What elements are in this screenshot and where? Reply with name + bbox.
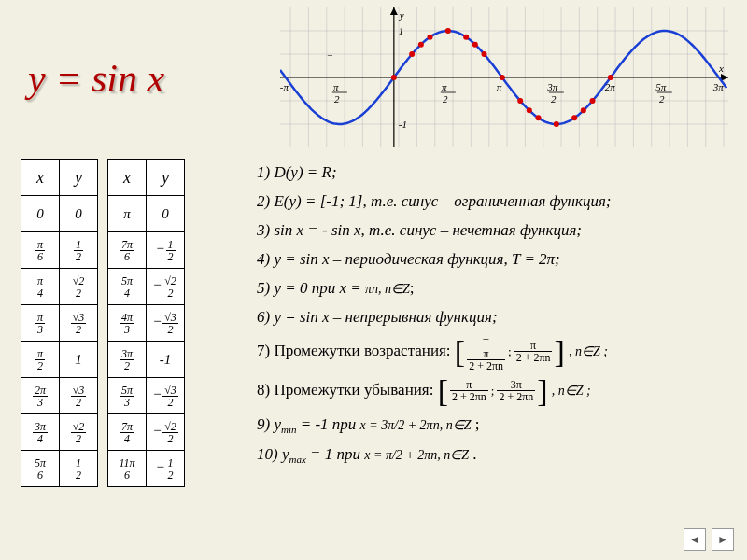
svg-point-42 — [500, 75, 505, 80]
table-cell: π2 — [21, 342, 60, 378]
table-cell: π4 — [21, 269, 60, 305]
nav-back-button[interactable]: ◄ — [684, 528, 706, 551]
svg-point-44 — [527, 107, 532, 113]
table-row: 11π6−12 — [108, 451, 185, 487]
table-cell: π — [108, 196, 147, 232]
prop-10: 10) ymax = 1 при x = π/2 + 2πn, n∈Z . — [257, 444, 733, 467]
table-row: 00 — [21, 196, 98, 232]
table-cell: 11π6 — [108, 451, 147, 487]
table-cell: √32 — [60, 305, 98, 342]
prop-1: 1) D(y) = R; — [257, 162, 733, 184]
col-y: y — [147, 160, 185, 196]
table-cell: √22 — [60, 414, 98, 451]
svg-point-39 — [463, 35, 469, 40]
svg-point-36 — [418, 42, 424, 48]
svg-text:5π: 5π — [655, 81, 667, 92]
svg-point-47 — [571, 115, 577, 120]
value-tables: x y 00π612π4√22π3√32π212π3√323π4√225π612… — [21, 159, 185, 487]
table-cell: 1 — [60, 342, 98, 378]
svg-point-46 — [554, 121, 559, 127]
table-cell: 5π3 — [108, 378, 147, 414]
table-cell: 2π3 — [21, 378, 60, 414]
svg-point-35 — [409, 51, 415, 57]
table-cell: 3π2 — [108, 342, 147, 378]
svg-text:2: 2 — [659, 93, 665, 105]
prop-6: 6) y = sin x – непрерывная функция; — [257, 307, 733, 329]
svg-text:−: − — [327, 49, 333, 61]
svg-text:-π: -π — [280, 81, 289, 92]
table-cell: 4π3 — [108, 305, 147, 342]
svg-point-37 — [428, 35, 433, 40]
svg-text:π: π — [497, 81, 502, 92]
svg-text:2: 2 — [334, 93, 340, 105]
table-cell: 5π4 — [108, 269, 147, 305]
table-row: 4π3−√32 — [108, 305, 185, 342]
table-cell: −12 — [147, 451, 185, 487]
table-cell: √32 — [60, 378, 98, 414]
table-row: 2π3√32 — [21, 378, 98, 414]
table-row: 7π4−√22 — [108, 414, 185, 451]
table-row: 3π4√22 — [21, 414, 98, 451]
table-cell: 7π6 — [108, 232, 147, 269]
sine-chart: yx1-1-π−π2π2π3π22π5π23π — [280, 7, 728, 147]
col-y: y — [60, 160, 98, 196]
svg-point-41 — [482, 51, 487, 57]
svg-text:2: 2 — [443, 93, 448, 105]
table-cell: 12 — [60, 232, 98, 269]
svg-text:2π: 2π — [605, 81, 616, 92]
svg-point-38 — [445, 28, 451, 34]
table-cell: 0 — [147, 196, 185, 232]
table-cell: −12 — [147, 232, 185, 269]
svg-point-48 — [581, 107, 586, 113]
svg-text:2: 2 — [551, 93, 557, 105]
svg-text:3π: 3π — [712, 81, 725, 92]
col-x: x — [21, 160, 60, 196]
table-cell: 3π4 — [21, 414, 60, 451]
table-cell: −√32 — [147, 378, 185, 414]
svg-text:3π: 3π — [546, 81, 558, 92]
svg-point-50 — [608, 75, 613, 80]
table-cell: 5π6 — [21, 451, 60, 487]
table-row: 7π6−12 — [108, 232, 185, 269]
table-row: π0 — [108, 196, 185, 232]
nav-controls: ◄ ► — [684, 528, 734, 551]
table-cell: 7π4 — [108, 414, 147, 451]
svg-point-40 — [472, 42, 478, 48]
table-row: π4√22 — [21, 269, 98, 305]
table-cell: π3 — [21, 305, 60, 342]
table-cell: √22 — [60, 269, 98, 305]
table-row: 5π3−√32 — [108, 378, 185, 414]
prop-4: 4) y = sin x – периодическая функция, T … — [257, 249, 733, 271]
prop-9: 9) ymin = -1 при x = 3π/2 + 2πn, n∈Z ; — [257, 414, 733, 437]
svg-point-45 — [536, 115, 542, 120]
table-cell: −√32 — [147, 305, 185, 342]
table-row: 5π4−√22 — [108, 269, 185, 305]
svg-text:1: 1 — [399, 25, 404, 36]
prop-7: 7) Промежутки возрастания: −π2 + 2πn;π2 … — [257, 336, 733, 368]
prop-2: 2) E(y) = [-1; 1], т.е. синус – ограниче… — [257, 191, 733, 213]
table-row: π3√32 — [21, 305, 98, 342]
table-cell: −√22 — [147, 414, 185, 451]
table-cell: 0 — [21, 196, 60, 232]
svg-text:π: π — [333, 81, 339, 92]
table-cell: -1 — [147, 342, 185, 378]
svg-text:π: π — [442, 81, 447, 92]
properties-list: 1) D(y) = R; 2) E(y) = [-1; 1], т.е. син… — [257, 162, 733, 474]
table-cell: π6 — [21, 232, 60, 269]
svg-text:x: x — [718, 63, 724, 74]
table-1: x y 00π612π4√22π3√32π212π3√323π4√225π612 — [21, 159, 98, 487]
table-row: π612 — [21, 232, 98, 269]
table-row: 3π2-1 — [108, 342, 185, 378]
nav-forward-button[interactable]: ► — [712, 528, 734, 551]
svg-text:-1: -1 — [399, 119, 407, 130]
prop-3: 3) sin x = - sin x, т.е. синус – нечетна… — [257, 220, 733, 242]
table-row: 5π612 — [21, 451, 98, 487]
table-2: x y π07π6−125π4−√224π3−√323π2-15π3−√327π… — [107, 159, 185, 487]
svg-point-49 — [590, 98, 596, 104]
table-cell: 0 — [60, 196, 98, 232]
table-cell: −√22 — [147, 269, 185, 305]
table-cell: 12 — [60, 451, 98, 487]
prop-5: 5) y = 0 при x = πn, n∈Z; — [257, 278, 733, 300]
svg-marker-33 — [390, 7, 398, 15]
svg-point-43 — [517, 98, 523, 104]
